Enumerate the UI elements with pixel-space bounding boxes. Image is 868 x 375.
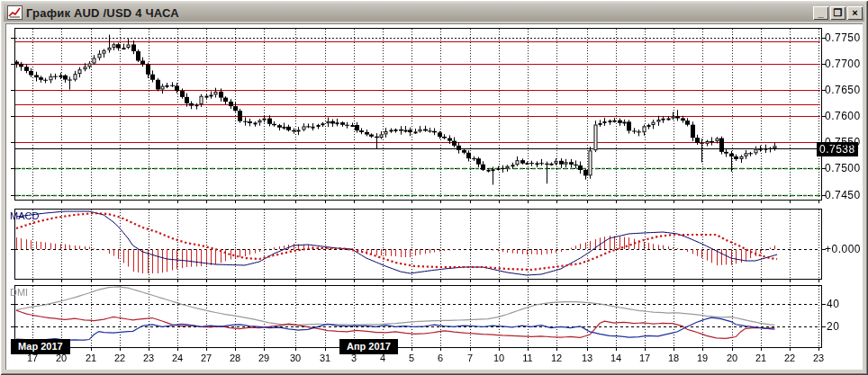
- dmi-level-label: 20: [827, 320, 839, 333]
- price-axis-label: 0.7450: [825, 189, 861, 201]
- x-axis-label: 17: [633, 353, 656, 363]
- x-axis-label: 21: [749, 353, 773, 363]
- x-axis-label: 23: [807, 353, 830, 363]
- month-label: Мар 2017: [11, 339, 70, 354]
- chart-window: График AUD /USD 4 ЧАСА _ ❐ × MACD DMI +0…: [0, 0, 868, 375]
- x-axis-label: 14: [604, 353, 628, 363]
- x-axis-label: 12: [545, 353, 568, 363]
- maximize-button[interactable]: ❐: [830, 6, 845, 20]
- price-axis-label: 0.7650: [825, 84, 861, 96]
- close-button[interactable]: ×: [847, 6, 863, 20]
- x-axis-label: 28: [223, 353, 247, 363]
- chart-client-area: MACD DMI +0.000 0.7538 0.77500.77000.765…: [5, 23, 863, 370]
- x-axis-label: 24: [166, 353, 189, 363]
- x-axis-label: 30: [284, 353, 307, 363]
- price-axis-label: 0.7750: [825, 31, 861, 44]
- x-axis-label: 7: [458, 353, 482, 363]
- x-axis-label: 22: [778, 353, 801, 363]
- x-axis-label: 18: [662, 353, 685, 363]
- price-axis-label: 0.7500: [825, 162, 861, 174]
- price-axis-label: 0.7600: [825, 110, 861, 122]
- minimize-button[interactable]: _: [813, 6, 828, 20]
- window-titlebar[interactable]: График AUD /USD 4 ЧАСА _ ❐ ×: [4, 4, 864, 22]
- price-axis-label: 0.7550: [825, 136, 861, 148]
- x-axis-label: 23: [137, 353, 160, 363]
- x-axis-label: 13: [575, 353, 599, 363]
- x-axis-label: 19: [691, 353, 714, 363]
- price-axis-label: 0.7700: [825, 58, 861, 70]
- x-axis-label: 20: [720, 353, 744, 363]
- x-axis-label: 10: [487, 353, 511, 363]
- chart-app-icon: [7, 5, 23, 20]
- x-axis-label: 31: [313, 353, 337, 363]
- x-axis-label: 22: [108, 353, 131, 363]
- x-axis-label: 6: [429, 353, 452, 363]
- price-chart-plot[interactable]: [5, 23, 863, 370]
- dmi-panel-label: DMI: [10, 287, 28, 298]
- x-axis-label: 21: [79, 353, 103, 363]
- x-axis-label: 27: [194, 353, 218, 363]
- window-title: График AUD /USD 4 ЧАСА: [26, 6, 811, 20]
- x-axis-label: 5: [400, 353, 423, 363]
- macd-panel-label: MACD: [10, 210, 39, 221]
- macd-zero-label: +0.000: [825, 243, 861, 255]
- x-axis-label: 11: [516, 353, 539, 363]
- month-label: Апр 2017: [339, 339, 398, 354]
- dmi-level-label: 40: [827, 298, 839, 310]
- x-axis-label: 29: [252, 353, 276, 363]
